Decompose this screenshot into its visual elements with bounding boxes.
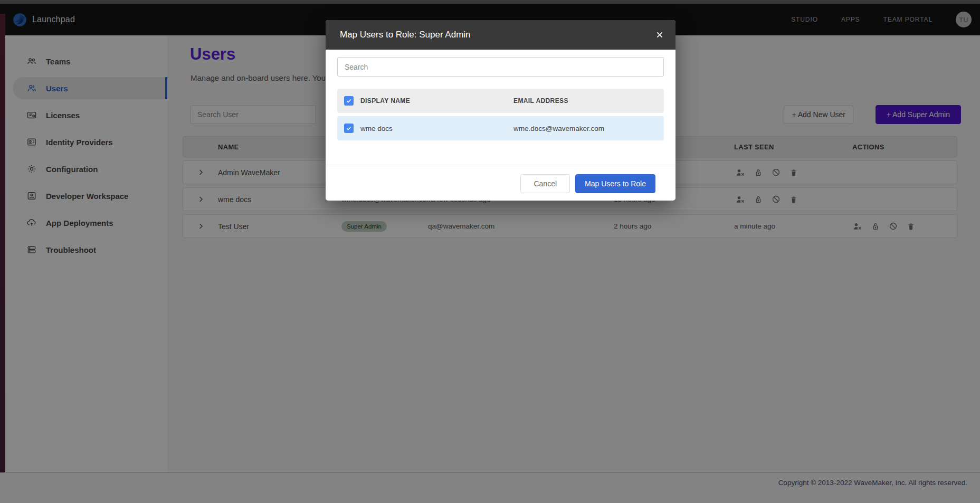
check-icon xyxy=(346,98,352,104)
close-icon xyxy=(655,31,664,39)
column-header-email-address: EMAIL ADDRESS xyxy=(513,97,664,105)
close-button[interactable] xyxy=(653,29,666,41)
map-users-modal: Map Users to Role: Super Admin DISPLAY N… xyxy=(326,20,675,201)
modal-actions: Cancel Map Users to Role xyxy=(520,174,655,193)
map-users-to-role-button[interactable]: Map Users to Role xyxy=(575,174,655,193)
modal-search-input[interactable] xyxy=(337,57,664,77)
check-icon xyxy=(346,125,352,131)
modal-header: Map Users to Role: Super Admin xyxy=(326,20,675,50)
app-window: Launchpad STUDIO APPS TEAM PORTAL TU Tea… xyxy=(0,0,980,503)
modal-footer-divider xyxy=(326,165,675,165)
column-header-display-name: DISPLAY NAME xyxy=(360,97,513,105)
modal-table-header: DISPLAY NAME EMAIL ADDRESS xyxy=(337,89,664,113)
modal-user-email: wme.docs@wavemaker.com xyxy=(513,125,664,132)
modal-user-display-name: wme docs xyxy=(360,125,513,132)
modal-title: Map Users to Role: Super Admin xyxy=(340,30,471,40)
select-all-checkbox[interactable] xyxy=(344,96,354,106)
row-checkbox[interactable] xyxy=(344,124,354,133)
modal-user-row[interactable]: wme docs wme.docs@wavemaker.com xyxy=(337,116,664,140)
cancel-button[interactable]: Cancel xyxy=(520,174,570,193)
